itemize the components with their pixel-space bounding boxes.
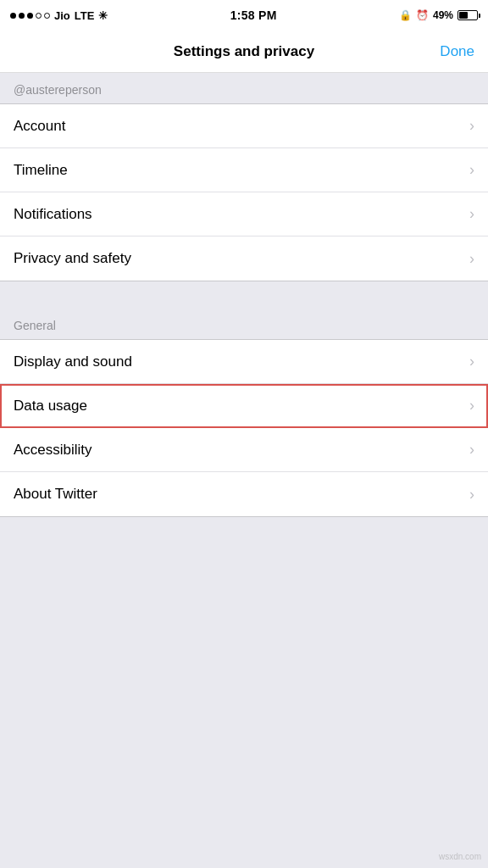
page-title: Settings and privacy [174,43,314,60]
battery-fill [459,12,468,19]
display-sound-label: Display and sound [14,353,132,370]
nav-bar: Settings and privacy Done [0,31,488,73]
signal-dot-5 [44,13,50,19]
status-bar: Jio LTE ✳ 1:58 PM 🔒 ⏰ 49% [0,0,488,31]
battery-body [458,10,478,20]
chevron-icon: › [469,117,474,135]
signal-strength [10,13,50,19]
settings-item-privacy-safety[interactable]: Privacy and safety › [0,236,488,281]
chevron-icon: › [469,486,474,504]
settings-item-accessibility[interactable]: Accessibility › [0,428,488,472]
privacy-safety-label: Privacy and safety [14,250,131,267]
battery-indicator [458,10,478,20]
account-section-list: Account › Timeline › Notifications › Pri… [0,103,488,281]
alarm-icon: ⏰ [416,9,429,21]
about-twitter-label: About Twitter [14,486,97,503]
settings-container: @austereperson Account › Timeline › Noti… [0,73,488,517]
watermark: wsxdn.com [439,852,481,861]
section-header-general: General [0,309,488,339]
chevron-icon: › [469,397,474,415]
signal-dot-3 [27,13,33,19]
data-usage-label: Data usage [14,398,87,415]
done-button[interactable]: Done [440,43,474,60]
wifi-icon: ✳ [98,9,108,22]
chevron-icon: › [469,205,474,223]
carrier-label: Jio [54,9,70,22]
lock-icon: 🔒 [399,9,412,21]
general-section-list: Display and sound › Data usage › Accessi… [0,339,488,517]
signal-dot-2 [19,13,25,19]
network-label: LTE [75,9,95,22]
settings-item-data-usage[interactable]: Data usage › [0,384,488,428]
chevron-icon: › [469,161,474,179]
settings-item-display-sound[interactable]: Display and sound › [0,340,488,384]
battery-percent: 49% [433,9,453,21]
signal-dot-1 [10,13,16,19]
notifications-label: Notifications [14,206,92,223]
accessibility-label: Accessibility [14,442,92,459]
status-right: 🔒 ⏰ 49% [399,9,478,21]
settings-item-notifications[interactable]: Notifications › [0,192,488,236]
status-left: Jio LTE ✳ [10,9,108,22]
settings-item-about-twitter[interactable]: About Twitter › [0,472,488,516]
account-label: Account [14,118,65,135]
timeline-label: Timeline [14,162,68,179]
signal-dot-4 [36,13,42,19]
section-header-account: @austereperson [0,73,488,103]
chevron-icon: › [469,441,474,459]
settings-item-timeline[interactable]: Timeline › [0,148,488,192]
chevron-icon: › [469,250,474,268]
settings-item-account[interactable]: Account › [0,104,488,148]
section-spacer [0,281,488,309]
chevron-icon: › [469,353,474,370]
status-time: 1:58 PM [230,8,277,22]
